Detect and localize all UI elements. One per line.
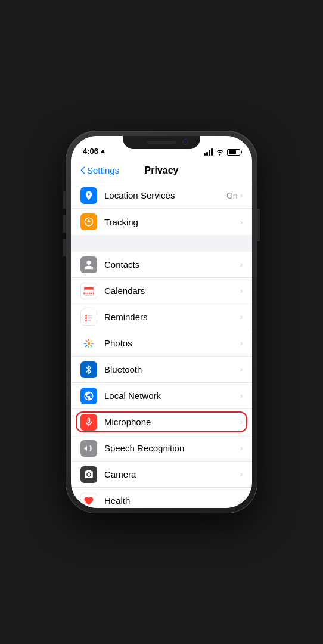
- svg-point-7: [85, 317, 87, 319]
- speaker: [147, 141, 176, 144]
- svg-point-9: [85, 320, 87, 321]
- bluetooth-label: Bluetooth: [104, 364, 240, 374]
- nav-bar: Settings Privacy: [71, 159, 252, 182]
- list-item-camera[interactable]: Camera ›: [71, 462, 252, 488]
- chevron-icon: ›: [240, 191, 243, 200]
- list-item-speech-recognition[interactable]: Speech Recognition ›: [71, 435, 252, 462]
- front-camera: [182, 139, 188, 145]
- settings-content: Location Services On › Tracking: [71, 182, 252, 508]
- notch: [123, 136, 200, 149]
- back-button[interactable]: Settings: [80, 165, 119, 175]
- battery-icon: [227, 149, 240, 156]
- health-label: Health: [104, 496, 240, 506]
- list-item-health[interactable]: Health ›: [71, 488, 252, 508]
- list-item-local-network[interactable]: Local Network ›: [71, 383, 252, 409]
- status-time: 4:06: [83, 147, 105, 156]
- chevron-icon: ›: [240, 444, 243, 453]
- list-item-reminders[interactable]: Reminders ›: [71, 304, 252, 330]
- microphone-label: Microphone: [104, 417, 240, 427]
- reminders-icon: [80, 309, 97, 326]
- location-services-label: Location Services: [104, 190, 226, 200]
- microphone-icon: [80, 414, 97, 431]
- svg-rect-6: [88, 315, 93, 316]
- wifi-icon: [216, 149, 224, 156]
- privacy-list: Contacts › ●●●●●● Calendars: [71, 252, 252, 508]
- svg-text:●●●●●●: ●●●●●●: [83, 291, 94, 295]
- local-network-icon: [80, 388, 97, 404]
- chevron-icon: ›: [240, 391, 243, 400]
- chevron-icon: ›: [240, 365, 243, 374]
- back-chevron-icon: [80, 166, 85, 174]
- chevron-icon: ›: [240, 470, 243, 479]
- svg-line-17: [91, 345, 92, 346]
- camera-label: Camera: [104, 469, 240, 479]
- list-item-microphone[interactable]: Microphone ›: [71, 409, 252, 435]
- location-arrow-icon: [100, 148, 105, 154]
- photos-icon: [80, 335, 97, 352]
- list-item-location-services[interactable]: Location Services On ›: [71, 182, 252, 209]
- chevron-icon: ›: [240, 339, 243, 348]
- bluetooth-icon: [80, 361, 97, 378]
- status-icons: [204, 148, 240, 156]
- svg-rect-8: [88, 317, 93, 318]
- camera-icon: [80, 466, 97, 483]
- section-location: Location Services On › Tracking: [71, 182, 252, 235]
- svg-point-11: [88, 342, 91, 345]
- local-network-label: Local Network: [104, 391, 240, 401]
- svg-line-16: [86, 340, 87, 341]
- phone-screen: 4:06: [71, 136, 252, 508]
- svg-line-18: [91, 340, 92, 341]
- svg-rect-10: [88, 320, 91, 321]
- list-item-photos[interactable]: Photos ›: [71, 330, 252, 357]
- svg-point-5: [85, 314, 87, 316]
- list-item-calendars[interactable]: ●●●●●● Calendars ›: [71, 278, 252, 304]
- calendars-label: Calendars: [104, 286, 240, 296]
- signal-icon: [204, 148, 213, 156]
- phone-frame: 4:06: [66, 131, 257, 513]
- list-item-tracking[interactable]: Tracking ›: [71, 209, 252, 235]
- speech-recognition-label: Speech Recognition: [104, 443, 240, 453]
- section-divider: [71, 235, 252, 252]
- chevron-icon: ›: [240, 312, 243, 321]
- speech-recognition-icon: [80, 440, 97, 457]
- page-title: Privacy: [145, 165, 179, 176]
- calendars-icon: ●●●●●●: [80, 283, 97, 299]
- health-icon: [80, 493, 97, 509]
- chevron-icon: ›: [240, 286, 243, 295]
- contacts-icon: [80, 256, 97, 273]
- chevron-icon: ›: [240, 417, 243, 426]
- location-services-icon: [80, 187, 97, 204]
- tracking-label: Tracking: [104, 217, 240, 227]
- svg-line-19: [86, 345, 87, 346]
- photos-label: Photos: [104, 338, 240, 348]
- chevron-icon: ›: [240, 260, 243, 269]
- location-list: Location Services On › Tracking: [71, 182, 252, 235]
- location-services-status: On ›: [226, 191, 243, 200]
- chevron-icon: ›: [240, 218, 243, 227]
- list-item-bluetooth[interactable]: Bluetooth ›: [71, 357, 252, 383]
- tracking-icon: [80, 213, 97, 230]
- chevron-icon: ›: [240, 496, 243, 505]
- contacts-label: Contacts: [104, 259, 240, 270]
- list-item-contacts[interactable]: Contacts ›: [71, 252, 252, 278]
- reminders-label: Reminders: [104, 312, 240, 322]
